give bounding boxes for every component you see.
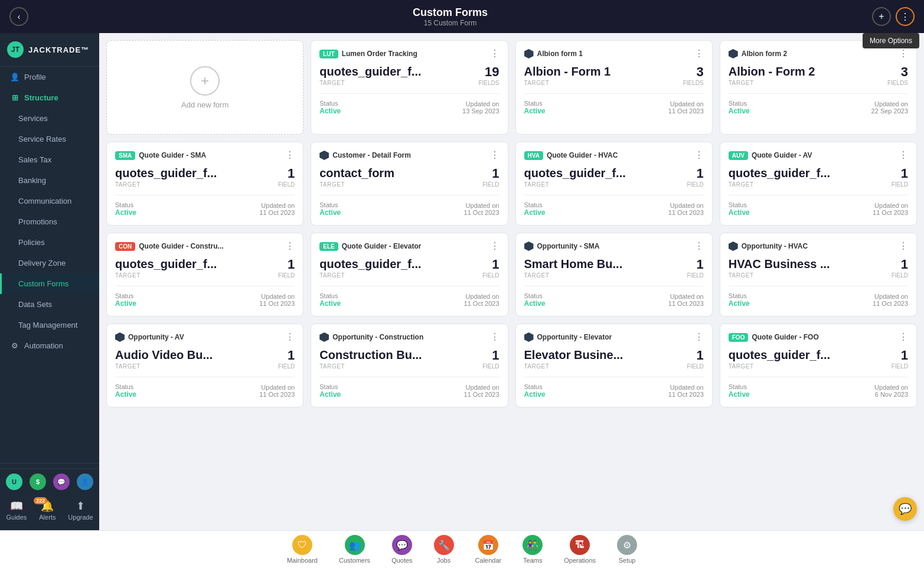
form-card-target-label: TARGET — [319, 363, 422, 370]
form-card-target-row: HVAC Business ... TARGET 1 FIELD — [729, 257, 908, 279]
form-card-menu[interactable]: ⋮ — [490, 151, 499, 160]
form-card-menu[interactable]: ⋮ — [285, 151, 295, 160]
add-button[interactable]: + — [872, 7, 891, 26]
form-card-menu[interactable]: ⋮ — [490, 49, 499, 58]
form-card-menu[interactable]: ⋮ — [899, 49, 908, 58]
sidebar-item-banking[interactable]: Banking — [0, 170, 99, 191]
form-card-target-row: Smart Home Bu... TARGET 1 FIELD — [524, 257, 704, 279]
updated-label: Updated on — [668, 384, 704, 391]
sidebar-item-profile[interactable]: 👤 Profile — [0, 67, 99, 87]
form-card[interactable]: Albion form 2 ⋮ Albion - Form 2 TARGET 3… — [720, 40, 917, 135]
form-card-status: Status Active — [319, 201, 341, 217]
form-card[interactable]: SMA Quote Guider - SMA ⋮ quotes_guider_f… — [106, 142, 303, 226]
form-card-count: 1 — [687, 348, 703, 363]
sidebar-item-tag-management[interactable]: Tag Management — [0, 315, 99, 335]
form-card-tag: ELE Quote Guider - Elevator — [319, 242, 421, 251]
nav-item-calendar[interactable]: 📅 Calendar — [465, 531, 512, 567]
form-card[interactable]: Opportunity - AV ⋮ Audio Video Bu... TAR… — [106, 324, 303, 407]
form-card[interactable]: HVA Quote Guider - HVAC ⋮ quotes_guider_… — [515, 142, 713, 226]
sidebar-item-data-sets[interactable]: Data Sets — [0, 294, 99, 315]
form-card[interactable]: Customer - Detail Form ⋮ contact_form TA… — [311, 142, 508, 226]
updated-label: Updated on — [668, 202, 704, 209]
form-card[interactable]: Albion form 1 ⋮ Albion - Form 1 TARGET 3… — [515, 40, 713, 135]
form-card-menu[interactable]: ⋮ — [694, 332, 704, 342]
form-card-status: Status Active — [524, 383, 546, 399]
form-card-name-header: Opportunity - Elevator — [537, 333, 612, 341]
form-card-count-label: FIELD — [482, 272, 499, 279]
form-card[interactable]: AUV Quote Guider - AV ⋮ quotes_guider_f.… — [720, 142, 917, 226]
sidebar-item-sales-tax[interactable]: Sales Tax — [0, 149, 99, 170]
form-card-tag: FOO Quote Guider - FOO — [729, 333, 819, 342]
form-card[interactable]: Opportunity - Elevator ⋮ Elevator Busine… — [515, 324, 713, 407]
form-card[interactable]: ELE Quote Guider - Elevator ⋮ quotes_gui… — [311, 233, 508, 316]
form-card[interactable]: FOO Quote Guider - FOO ⋮ quotes_guider_f… — [720, 324, 917, 407]
form-card-menu[interactable]: ⋮ — [899, 241, 908, 251]
nav-item-jobs[interactable]: 🔧 Jobs — [423, 531, 465, 567]
add-new-form-card[interactable]: + Add new form — [106, 40, 303, 135]
nav-item-setup[interactable]: ⚙ Setup — [606, 531, 648, 567]
status-value: Active — [115, 299, 136, 308]
status-label: Status — [115, 292, 136, 299]
form-card-divider — [115, 286, 295, 286]
nav-item-operations[interactable]: 🏗 Operations — [553, 531, 606, 567]
sidebar-guides[interactable]: 📖 Guides — [4, 495, 29, 525]
updated-label: Updated on — [873, 202, 908, 209]
back-button[interactable]: ‹ — [9, 7, 28, 26]
form-card-count-label: FIELD — [892, 272, 908, 279]
form-card-menu[interactable]: ⋮ — [694, 151, 704, 160]
nav-item-teams[interactable]: 👫 Teams — [512, 531, 553, 567]
sidebar-item-custom-forms[interactable]: Custom Forms — [0, 273, 99, 294]
updated-value: 11 Oct 2023 — [464, 209, 499, 216]
form-card-menu[interactable]: ⋮ — [490, 332, 499, 342]
form-card-menu[interactable]: ⋮ — [899, 151, 908, 160]
form-card-target-label: TARGET — [115, 272, 217, 279]
guides-icon: 📖 — [10, 500, 23, 512]
form-card-status: Status Active — [729, 383, 750, 399]
avatar-chat[interactable]: 💬 — [53, 474, 70, 490]
form-card[interactable]: Opportunity - SMA ⋮ Smart Home Bu... TAR… — [515, 233, 713, 316]
form-card-name-header: Opportunity - SMA — [537, 242, 600, 250]
avatar-user[interactable]: U — [6, 474, 22, 490]
updated-value: 22 Sep 2023 — [871, 107, 908, 115]
form-card-menu[interactable]: ⋮ — [285, 332, 295, 342]
form-card-footer: Status Active Updated on 11 Oct 2023 — [115, 292, 295, 308]
logo-text: JACKTRADE™ — [28, 45, 89, 54]
form-card-menu[interactable]: ⋮ — [899, 332, 908, 342]
chat-bubble[interactable]: 💬 — [893, 497, 917, 521]
nav-item-quotes[interactable]: 💬 Quotes — [381, 531, 423, 567]
form-card-target-row: quotes_guider_f... TARGET 1 FIELD — [729, 166, 908, 188]
sidebar-item-communication[interactable]: Communication — [0, 191, 99, 211]
more-options-button[interactable]: ⋮ — [896, 7, 915, 26]
sidebar-item-policies[interactable]: Policies — [0, 232, 99, 253]
page-title: Custom Forms — [413, 6, 488, 19]
sidebar-item-services[interactable]: Services — [0, 108, 99, 129]
updated-label: Updated on — [873, 293, 908, 300]
form-card-count: 1 — [278, 257, 295, 272]
sidebar-item-promotions[interactable]: Promotions — [0, 211, 99, 232]
form-card[interactable]: CON Quote Guider - Constru... ⋮ quotes_g… — [106, 233, 303, 316]
form-card-menu[interactable]: ⋮ — [285, 241, 295, 251]
updated-value: 11 Oct 2023 — [668, 209, 704, 216]
form-card[interactable]: Opportunity - Construction ⋮ Constructio… — [311, 324, 508, 407]
form-card-fields: 1 FIELD — [892, 257, 908, 279]
sidebar-item-structure[interactable]: ⊞ Structure — [0, 87, 99, 108]
form-card[interactable]: LUT Lumen Order Tracking ⋮ quotes_guider… — [311, 40, 508, 135]
updated-label: Updated on — [462, 100, 499, 107]
nav-icon-mainboard: 🛡 — [292, 535, 312, 555]
form-card[interactable]: Opportunity - HVAC ⋮ HVAC Business ... T… — [720, 233, 917, 316]
nav-item-customers[interactable]: 👥 Customers — [328, 531, 381, 567]
form-card-menu[interactable]: ⋮ — [694, 241, 704, 251]
sidebar-upgrade[interactable]: ⬆ Upgrade — [66, 495, 95, 525]
sidebar-item-delivery-zone[interactable]: Delivery Zone — [0, 253, 99, 273]
form-card-menu[interactable]: ⋮ — [694, 49, 704, 58]
avatar-person[interactable]: 👤 — [77, 474, 93, 490]
form-card-menu[interactable]: ⋮ — [490, 241, 499, 251]
form-card-fields: 3 FIELDS — [683, 64, 704, 86]
nav-item-mainboard[interactable]: 🛡 Mainboard — [276, 531, 328, 567]
avatar-dollar[interactable]: $ — [30, 474, 46, 490]
sidebar-item-automation[interactable]: ⚙ Automation — [0, 335, 99, 356]
sidebar-item-service-rates[interactable]: Service Rates — [0, 129, 99, 149]
form-card-target-row: Albion - Form 2 TARGET 3 FIELDS — [729, 64, 908, 86]
sidebar-alerts[interactable]: 222 🔔 Alerts — [37, 495, 58, 525]
form-card-count: 1 — [278, 348, 295, 363]
